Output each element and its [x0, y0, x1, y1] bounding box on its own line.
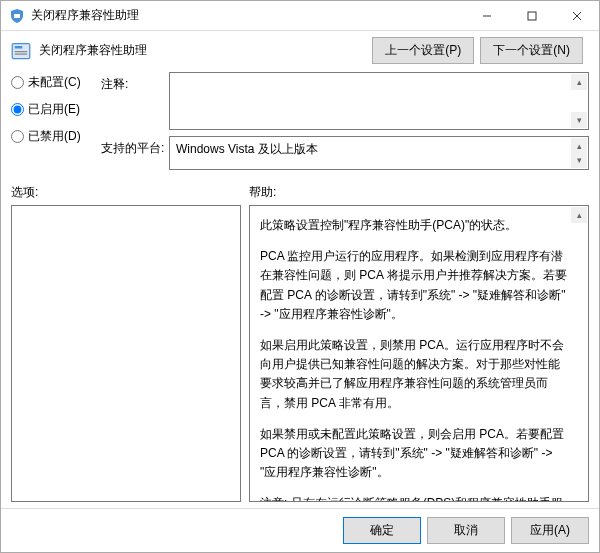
close-button[interactable] — [554, 1, 599, 30]
next-setting-button[interactable]: 下一个设置(N) — [480, 37, 583, 64]
radio-not-configured-input[interactable] — [11, 76, 24, 89]
help-paragraph: 如果禁用或未配置此策略设置，则会启用 PCA。若要配置 PCA 的诊断设置，请转… — [260, 425, 570, 483]
svg-rect-7 — [15, 51, 28, 52]
maximize-button[interactable] — [509, 1, 554, 30]
scroll-down-icon[interactable]: ▾ — [571, 112, 587, 128]
comment-input[interactable]: ▴ ▾ — [169, 72, 589, 130]
window-title: 关闭程序兼容性助理 — [31, 7, 464, 24]
svg-rect-8 — [15, 53, 28, 54]
radio-label: 已启用(E) — [28, 101, 80, 118]
radio-disabled-input[interactable] — [11, 130, 24, 143]
radio-label: 未配置(C) — [28, 74, 81, 91]
cancel-button[interactable]: 取消 — [427, 517, 505, 544]
footer: 确定 取消 应用(A) — [1, 508, 599, 552]
titlebar: 关闭程序兼容性助理 — [1, 1, 599, 31]
radio-enabled[interactable]: 已启用(E) — [11, 101, 101, 118]
page-title: 关闭程序兼容性助理 — [39, 42, 372, 59]
section-labels: 选项: 帮助: — [1, 174, 599, 205]
main-content: ▴ 此策略设置控制"程序兼容性助手(PCA)"的状态。 PCA 监控用户运行的应… — [1, 205, 599, 508]
header: 关闭程序兼容性助理 上一个设置(P) 下一个设置(N) — [1, 31, 599, 70]
policy-header-icon — [11, 41, 31, 61]
help-label: 帮助: — [249, 184, 276, 201]
scroll-down-icon[interactable]: ▾ — [571, 152, 587, 168]
platforms-box: Windows Vista 及以上版本 ▴ ▾ — [169, 136, 589, 170]
radio-not-configured[interactable]: 未配置(C) — [11, 74, 101, 91]
platforms-value: Windows Vista 及以上版本 — [176, 142, 318, 156]
svg-rect-0 — [14, 14, 20, 18]
window-controls — [464, 1, 599, 30]
comment-label: 注释: — [101, 72, 169, 130]
policy-icon — [9, 8, 25, 24]
help-paragraph: PCA 监控用户运行的应用程序。如果检测到应用程序有潜在兼容性问题，则 PCA … — [260, 247, 570, 324]
help-paragraph: 此策略设置控制"程序兼容性助手(PCA)"的状态。 — [260, 216, 570, 235]
help-panel: ▴ 此策略设置控制"程序兼容性助手(PCA)"的状态。 PCA 监控用户运行的应… — [249, 205, 589, 502]
options-panel — [11, 205, 241, 502]
scroll-up-icon[interactable]: ▴ — [571, 207, 587, 223]
radio-group: 未配置(C) 已启用(E) 已禁用(D) — [11, 72, 101, 170]
help-paragraph: 注意: 只有在运行诊断策略服务(DPS)和程序兼容性助手服务后，才能运行 PCA… — [260, 494, 570, 502]
radio-disabled[interactable]: 已禁用(D) — [11, 128, 101, 145]
radio-label: 已禁用(D) — [28, 128, 81, 145]
svg-rect-6 — [15, 46, 23, 49]
platforms-label: 支持的平台: — [101, 136, 169, 170]
prev-setting-button[interactable]: 上一个设置(P) — [372, 37, 474, 64]
help-paragraph: 如果启用此策略设置，则禁用 PCA。运行应用程序时不会向用户提供已知兼容性问题的… — [260, 336, 570, 413]
ok-button[interactable]: 确定 — [343, 517, 421, 544]
radio-enabled-input[interactable] — [11, 103, 24, 116]
scroll-up-icon[interactable]: ▴ — [571, 74, 587, 90]
config-area: 未配置(C) 已启用(E) 已禁用(D) 注释: ▴ ▾ 支持的平台: Wind… — [1, 70, 599, 174]
apply-button[interactable]: 应用(A) — [511, 517, 589, 544]
svg-rect-2 — [528, 12, 536, 20]
options-label: 选项: — [11, 184, 249, 201]
minimize-button[interactable] — [464, 1, 509, 30]
